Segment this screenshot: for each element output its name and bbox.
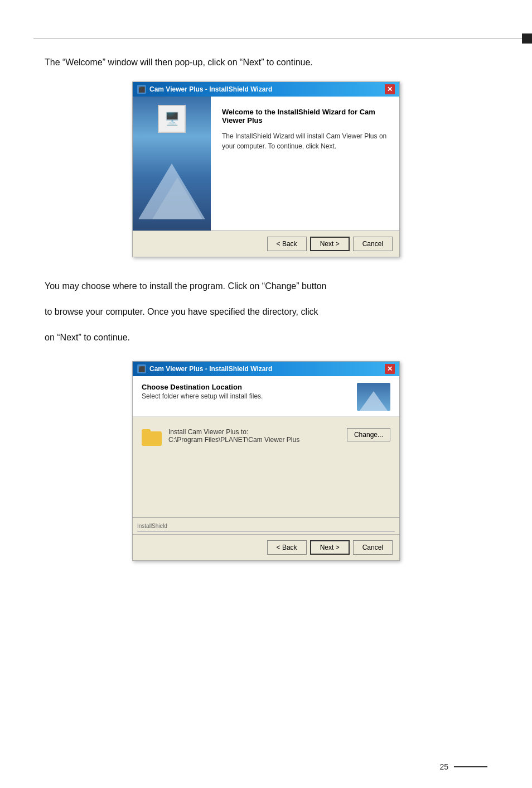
- corner-decoration: [522, 33, 532, 44]
- page-number-line: [454, 766, 487, 767]
- wizard-welcome-title: Welcome to the InstallShield Wizard for …: [222, 108, 388, 124]
- wizard-titlebar-left-2: ⬛ Cam Viewer Plus - InstallShield Wizard: [137, 364, 272, 373]
- install-label: Install Cam Viewer Plus to:: [168, 428, 340, 436]
- wizard-title-1: Cam Viewer Plus - InstallShield Wizard: [149, 85, 272, 93]
- wizard-section-title: Choose Destination Location: [142, 383, 263, 391]
- wizard2-cancel-button[interactable]: Cancel: [353, 540, 393, 555]
- wizard-header-section-2: Choose Destination Location Select folde…: [133, 376, 399, 417]
- change-button[interactable]: Change...: [347, 428, 390, 441]
- wizard-titlebar-2: ⬛ Cam Viewer Plus - InstallShield Wizard…: [133, 362, 399, 376]
- install-location-row: Install Cam Viewer Plus to: C:\Program F…: [142, 428, 390, 446]
- wizard2-next-button[interactable]: Next >: [310, 540, 350, 555]
- wizard-titlebar-left-1: ⬛ Cam Viewer Plus - InstallShield Wizard: [137, 85, 272, 94]
- description-text-2-line1: You may choose where to install the prog…: [45, 280, 487, 293]
- description-text-1: The “Welcome” window will then pop-up, c…: [45, 56, 487, 69]
- installshield-label-section: InstallShield: [133, 517, 399, 534]
- wizard-close-button-2[interactable]: ✕: [385, 364, 395, 374]
- install-location-text: Install Cam Viewer Plus to: C:\Program F…: [168, 428, 340, 444]
- wizard-welcome-body: The InstallShield Wizard will install Ca…: [222, 131, 388, 151]
- wizard1-back-button[interactable]: < Back: [267, 237, 307, 251]
- description-text-2-line2: to browse your computer. Once you have s…: [45, 305, 487, 319]
- wizard-window-1: ⬛ Cam Viewer Plus - InstallShield Wizard…: [132, 81, 400, 257]
- folder-icon: [142, 429, 162, 446]
- wizard-right-panel-1: Welcome to the InstallShield Wizard for …: [211, 97, 399, 230]
- wizard-app-icon-1: ⬛: [137, 85, 146, 94]
- wizard-body-1: 🖥️ Welcome to the InstallShield Wizard f…: [133, 97, 399, 230]
- page-number-area: 25: [439, 762, 487, 771]
- wizard1-cancel-button[interactable]: Cancel: [353, 237, 393, 251]
- description-text-2-container: You may choose where to install the prog…: [45, 280, 487, 344]
- wizard-main-section-2: Install Cam Viewer Plus to: C:\Program F…: [133, 417, 399, 517]
- wizard-panel-inner-1: 🖥️: [133, 97, 211, 230]
- install-path: C:\Program Files\PLANET\Cam Viewer Plus: [168, 436, 340, 444]
- installshield-label: InstallShield: [137, 523, 167, 529]
- page-number: 25: [439, 762, 448, 771]
- wizard-window-2: ⬛ Cam Viewer Plus - InstallShield Wizard…: [132, 361, 400, 561]
- wizard-header-image-2: [357, 383, 390, 411]
- wizard-title-2: Cam Viewer Plus - InstallShield Wizard: [149, 365, 272, 373]
- wizard-section-subtitle: Select folder where setup will install f…: [142, 392, 263, 400]
- folder-body: [142, 431, 162, 446]
- wizard-titlebar-1: ⬛ Cam Viewer Plus - InstallShield Wizard…: [133, 82, 399, 97]
- wizard-logo-1: 🖥️: [158, 105, 186, 133]
- wizard-left-panel-1: 🖥️: [133, 97, 211, 230]
- wizard-header-text-2: Choose Destination Location Select folde…: [142, 383, 263, 400]
- wizard2-back-button[interactable]: < Back: [267, 540, 307, 555]
- wizard-close-button-1[interactable]: ✕: [385, 84, 395, 94]
- description-text-2-line3: on “Next” to continue.: [45, 331, 487, 344]
- wizard-footer-2: < Back Next > Cancel: [133, 534, 399, 560]
- wizard-footer-1: < Back Next > Cancel: [133, 230, 399, 257]
- wizard1-next-button[interactable]: Next >: [310, 237, 350, 251]
- wizard-app-icon-2: ⬛: [137, 364, 146, 373]
- mountain-shape-2: [152, 177, 202, 219]
- top-line: [33, 38, 522, 39]
- wizard-header-mountain: [360, 391, 388, 411]
